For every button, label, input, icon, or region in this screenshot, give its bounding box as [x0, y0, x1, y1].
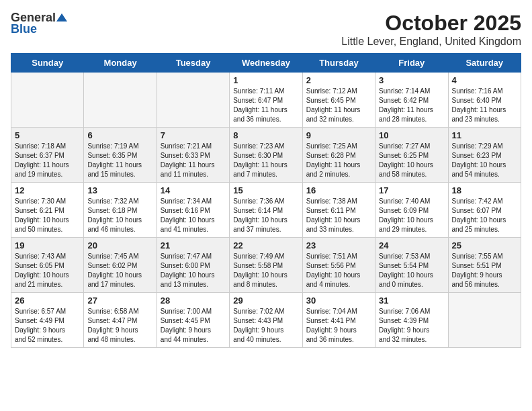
day-number: 30 — [306, 295, 371, 306]
day-cell: 1Sunrise: 7:11 AM Sunset: 6:47 PM Daylig… — [230, 73, 302, 128]
day-number: 13 — [87, 185, 152, 195]
day-number: 29 — [233, 295, 298, 306]
day-cell: 11Sunrise: 7:29 AM Sunset: 6:23 PM Dayli… — [448, 128, 521, 183]
day-cell: 12Sunrise: 7:30 AM Sunset: 6:21 PM Dayli… — [11, 183, 84, 238]
day-cell: 24Sunrise: 7:53 AM Sunset: 5:54 PM Dayli… — [375, 238, 448, 293]
day-cell: 9Sunrise: 7:25 AM Sunset: 6:28 PM Daylig… — [302, 128, 375, 183]
logo: General Blue — [11, 11, 67, 36]
day-number: 7 — [161, 130, 226, 140]
day-number: 6 — [87, 130, 152, 140]
logo-icon — [56, 12, 67, 23]
day-number: 24 — [379, 240, 444, 250]
day-info: Sunrise: 7:43 AM Sunset: 6:05 PM Dayligh… — [15, 252, 80, 289]
day-cell: 25Sunrise: 7:55 AM Sunset: 5:51 PM Dayli… — [448, 238, 521, 293]
day-number: 14 — [161, 185, 226, 195]
day-cell — [84, 73, 157, 128]
day-info: Sunrise: 7:42 AM Sunset: 6:07 PM Dayligh… — [452, 197, 517, 234]
day-info: Sunrise: 7:36 AM Sunset: 6:14 PM Dayligh… — [233, 197, 298, 234]
day-cell: 3Sunrise: 7:14 AM Sunset: 6:42 PM Daylig… — [375, 73, 448, 128]
week-row-3: 12Sunrise: 7:30 AM Sunset: 6:21 PM Dayli… — [11, 183, 521, 238]
day-info: Sunrise: 7:55 AM Sunset: 5:51 PM Dayligh… — [452, 252, 517, 289]
header-cell-thursday: Thursday — [302, 54, 375, 73]
page-header: General Blue October 2025 Little Lever, … — [11, 11, 521, 48]
day-cell: 23Sunrise: 7:51 AM Sunset: 5:56 PM Dayli… — [302, 238, 375, 293]
day-number: 10 — [379, 130, 444, 140]
day-number: 4 — [452, 75, 517, 85]
day-number: 15 — [233, 185, 298, 195]
day-cell: 19Sunrise: 7:43 AM Sunset: 6:05 PM Dayli… — [11, 238, 84, 293]
week-row-1: 1Sunrise: 7:11 AM Sunset: 6:47 PM Daylig… — [11, 73, 521, 128]
day-info: Sunrise: 7:06 AM Sunset: 4:39 PM Dayligh… — [379, 307, 444, 345]
day-cell: 15Sunrise: 7:36 AM Sunset: 6:14 PM Dayli… — [230, 183, 302, 238]
day-info: Sunrise: 7:12 AM Sunset: 6:45 PM Dayligh… — [306, 87, 371, 124]
day-number: 17 — [379, 185, 444, 195]
calendar-table: SundayMondayTuesdayWednesdayThursdayFrid… — [11, 53, 521, 348]
day-cell: 27Sunrise: 6:58 AM Sunset: 4:47 PM Dayli… — [84, 293, 157, 348]
day-info: Sunrise: 7:32 AM Sunset: 6:18 PM Dayligh… — [87, 197, 152, 234]
day-info: Sunrise: 6:58 AM Sunset: 4:47 PM Dayligh… — [87, 307, 152, 345]
day-number: 25 — [452, 240, 517, 250]
day-cell: 17Sunrise: 7:40 AM Sunset: 6:09 PM Dayli… — [375, 183, 448, 238]
day-cell: 6Sunrise: 7:19 AM Sunset: 6:35 PM Daylig… — [84, 128, 157, 183]
day-cell — [11, 73, 84, 128]
day-cell: 30Sunrise: 7:04 AM Sunset: 4:41 PM Dayli… — [302, 293, 375, 348]
day-number: 8 — [233, 130, 298, 140]
day-number: 26 — [15, 295, 80, 306]
day-number: 18 — [452, 185, 517, 195]
header-cell-friday: Friday — [375, 54, 448, 73]
day-number: 2 — [306, 75, 371, 85]
day-cell: 21Sunrise: 7:47 AM Sunset: 6:00 PM Dayli… — [157, 238, 229, 293]
day-number: 19 — [15, 240, 80, 250]
day-cell: 22Sunrise: 7:49 AM Sunset: 5:58 PM Dayli… — [230, 238, 302, 293]
header-row: SundayMondayTuesdayWednesdayThursdayFrid… — [11, 54, 521, 73]
day-number: 1 — [233, 75, 298, 85]
logo-blue-text: Blue — [11, 22, 37, 36]
day-cell: 16Sunrise: 7:38 AM Sunset: 6:11 PM Dayli… — [302, 183, 375, 238]
month-title: October 2025 — [341, 11, 521, 36]
day-cell: 26Sunrise: 6:57 AM Sunset: 4:49 PM Dayli… — [11, 293, 84, 348]
day-cell: 29Sunrise: 7:02 AM Sunset: 4:43 PM Dayli… — [230, 293, 302, 348]
day-cell: 14Sunrise: 7:34 AM Sunset: 6:16 PM Dayli… — [157, 183, 229, 238]
day-info: Sunrise: 7:19 AM Sunset: 6:35 PM Dayligh… — [87, 142, 152, 179]
day-info: Sunrise: 7:34 AM Sunset: 6:16 PM Dayligh… — [161, 197, 226, 234]
day-info: Sunrise: 7:40 AM Sunset: 6:09 PM Dayligh… — [379, 197, 444, 234]
header-cell-monday: Monday — [84, 54, 157, 73]
day-info: Sunrise: 7:16 AM Sunset: 6:40 PM Dayligh… — [452, 87, 517, 124]
day-cell: 5Sunrise: 7:18 AM Sunset: 6:37 PM Daylig… — [11, 128, 84, 183]
day-number: 31 — [379, 295, 444, 306]
day-number: 3 — [379, 75, 444, 85]
header-cell-wednesday: Wednesday — [230, 54, 302, 73]
day-cell: 8Sunrise: 7:23 AM Sunset: 6:30 PM Daylig… — [230, 128, 302, 183]
day-number: 23 — [306, 240, 371, 250]
day-cell: 10Sunrise: 7:27 AM Sunset: 6:25 PM Dayli… — [375, 128, 448, 183]
day-info: Sunrise: 7:30 AM Sunset: 6:21 PM Dayligh… — [15, 197, 80, 234]
header-cell-saturday: Saturday — [448, 54, 521, 73]
day-info: Sunrise: 7:29 AM Sunset: 6:23 PM Dayligh… — [452, 142, 517, 179]
day-info: Sunrise: 7:49 AM Sunset: 5:58 PM Dayligh… — [233, 252, 298, 289]
day-number: 11 — [452, 130, 517, 140]
week-row-4: 19Sunrise: 7:43 AM Sunset: 6:05 PM Dayli… — [11, 238, 521, 293]
day-cell — [157, 73, 229, 128]
day-cell: 28Sunrise: 7:00 AM Sunset: 4:45 PM Dayli… — [157, 293, 229, 348]
day-info: Sunrise: 7:25 AM Sunset: 6:28 PM Dayligh… — [306, 142, 371, 179]
day-number: 9 — [306, 130, 371, 140]
day-info: Sunrise: 7:51 AM Sunset: 5:56 PM Dayligh… — [306, 252, 371, 289]
day-number: 16 — [306, 185, 371, 195]
day-number: 20 — [87, 240, 152, 250]
day-info: Sunrise: 7:53 AM Sunset: 5:54 PM Dayligh… — [379, 252, 444, 289]
day-cell: 13Sunrise: 7:32 AM Sunset: 6:18 PM Dayli… — [84, 183, 157, 238]
day-number: 12 — [15, 185, 80, 195]
day-info: Sunrise: 7:18 AM Sunset: 6:37 PM Dayligh… — [15, 142, 80, 179]
day-number: 27 — [87, 295, 152, 306]
day-info: Sunrise: 7:45 AM Sunset: 6:02 PM Dayligh… — [87, 252, 152, 289]
day-info: Sunrise: 7:00 AM Sunset: 4:45 PM Dayligh… — [161, 307, 226, 345]
location-title: Little Lever, England, United Kingdom — [341, 36, 521, 48]
day-cell: 4Sunrise: 7:16 AM Sunset: 6:40 PM Daylig… — [448, 73, 521, 128]
day-cell: 18Sunrise: 7:42 AM Sunset: 6:07 PM Dayli… — [448, 183, 521, 238]
day-cell — [448, 293, 521, 348]
day-info: Sunrise: 7:27 AM Sunset: 6:25 PM Dayligh… — [379, 142, 444, 179]
day-info: Sunrise: 7:14 AM Sunset: 6:42 PM Dayligh… — [379, 87, 444, 124]
day-info: Sunrise: 7:21 AM Sunset: 6:33 PM Dayligh… — [161, 142, 226, 179]
day-info: Sunrise: 7:23 AM Sunset: 6:30 PM Dayligh… — [233, 142, 298, 179]
day-info: Sunrise: 7:47 AM Sunset: 6:00 PM Dayligh… — [161, 252, 226, 289]
